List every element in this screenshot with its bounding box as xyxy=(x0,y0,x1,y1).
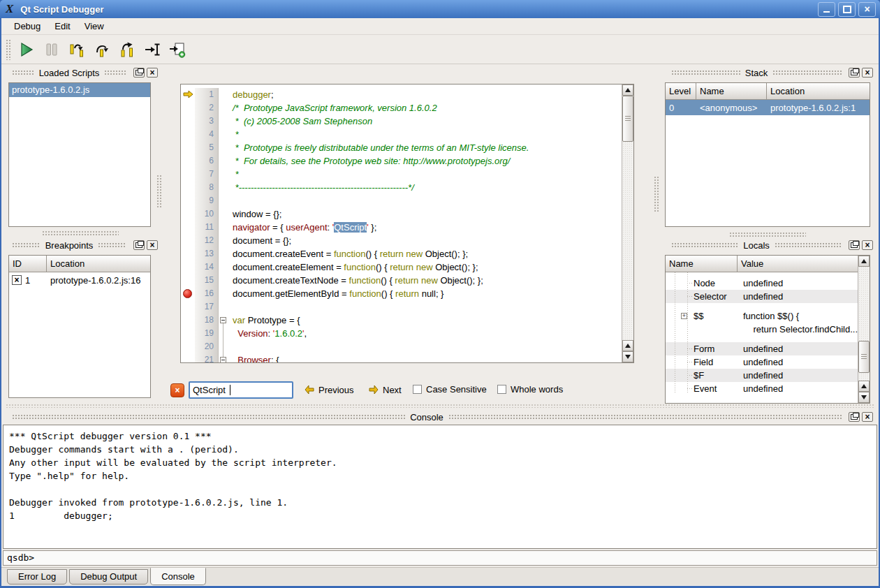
scroll-down-button[interactable] xyxy=(622,351,633,362)
fold-margin[interactable] xyxy=(219,274,228,287)
case-sensitive-option[interactable]: Case Sensitive xyxy=(413,385,487,395)
tree-row[interactable]: +$$function $$() { return Selector.findC… xyxy=(666,303,858,342)
fold-margin[interactable] xyxy=(219,101,228,115)
fold-margin[interactable] xyxy=(219,194,228,207)
close-dock-button[interactable]: × xyxy=(147,240,158,250)
find-previous-button[interactable]: Previous xyxy=(305,383,354,397)
breakpoint-margin[interactable] xyxy=(181,314,195,327)
editor-line[interactable]: 16document.getElementById = function() {… xyxy=(181,287,622,300)
toolbar-handle[interactable] xyxy=(6,39,10,60)
fold-margin[interactable] xyxy=(219,314,228,327)
breakpoint-margin[interactable] xyxy=(181,274,195,287)
editor-line[interactable]: 18var Prototype = { xyxy=(181,314,622,327)
breakpoint-enabled-checkbox[interactable]: × xyxy=(12,275,22,285)
breakpoint-margin[interactable] xyxy=(181,88,195,101)
fold-margin[interactable] xyxy=(219,128,228,141)
case-sensitive-checkbox[interactable] xyxy=(413,385,422,394)
scroll-up-button[interactable] xyxy=(622,84,633,96)
fold-margin[interactable] xyxy=(219,221,228,234)
editor-line[interactable]: 8 *-------------------------------------… xyxy=(181,181,622,194)
column-header[interactable]: Level xyxy=(666,83,696,99)
step-into-button[interactable] xyxy=(66,39,87,60)
editor-line[interactable]: 9 xyxy=(181,194,622,207)
breakpoint-margin[interactable] xyxy=(181,141,195,154)
fold-margin[interactable] xyxy=(219,115,228,128)
console-dock-title[interactable]: Console × xyxy=(3,410,877,424)
console-command-input[interactable]: qsdb> xyxy=(3,550,877,566)
float-dock-button[interactable] xyxy=(849,68,860,78)
column-header[interactable]: Location xyxy=(47,256,150,272)
console-splitter[interactable] xyxy=(6,404,874,408)
vertical-splitter[interactable] xyxy=(654,176,659,212)
breakpoint-margin[interactable] xyxy=(181,194,195,207)
fold-margin[interactable] xyxy=(219,287,228,300)
column-header[interactable]: Name xyxy=(666,256,738,272)
close-dock-button[interactable]: × xyxy=(862,412,873,422)
close-button[interactable]: × xyxy=(858,2,876,17)
fold-margin[interactable] xyxy=(219,327,228,340)
close-find-button[interactable]: × xyxy=(170,383,184,397)
editor-line[interactable]: 12document = {}; xyxy=(181,234,622,247)
fold-margin[interactable] xyxy=(219,168,228,181)
editor-line[interactable]: 13document.createEvent = function() { re… xyxy=(181,247,622,260)
tab-error-log[interactable]: Error Log xyxy=(7,569,67,585)
breakpoint-margin[interactable] xyxy=(181,340,195,353)
loaded-scripts-dock-title[interactable]: Loaded Scripts × xyxy=(3,66,162,80)
find-next-button[interactable]: Next xyxy=(369,383,402,397)
step-over-button[interactable] xyxy=(91,39,112,60)
run-to-cursor-button[interactable] xyxy=(142,39,163,60)
editor-line[interactable]: 1debugger; xyxy=(181,88,622,101)
loaded-scripts-list[interactable]: prototype-1.6.0.2.js xyxy=(8,82,151,227)
editor-line[interactable]: 10window = {}; xyxy=(181,207,622,221)
scroll-up-button[interactable] xyxy=(858,256,870,267)
horizontal-splitter[interactable] xyxy=(42,230,119,235)
fold-collapse-icon[interactable] xyxy=(220,357,226,362)
tree-row[interactable]: Fieldundefined xyxy=(666,355,858,369)
column-header[interactable]: Value xyxy=(738,256,858,272)
tree-row[interactable]: $Fundefined xyxy=(666,369,858,382)
editor-line[interactable]: 11navigator = { userAgent: 'QtScript' }; xyxy=(181,221,622,234)
scroll-up-button-2[interactable] xyxy=(622,340,633,351)
breakpoint-margin[interactable] xyxy=(181,101,195,115)
breakpoint-margin[interactable] xyxy=(181,128,195,141)
fold-margin[interactable] xyxy=(219,141,228,154)
float-dock-button[interactable] xyxy=(849,412,860,422)
tree-row[interactable]: Nodeundefined xyxy=(666,277,858,290)
dock-handle-dots[interactable] xyxy=(12,242,41,248)
editor-line[interactable]: 14document.createElement = function() { … xyxy=(181,260,622,274)
breakpoint-margin[interactable] xyxy=(181,247,195,260)
dock-handle-dots[interactable] xyxy=(448,414,842,420)
breakpoint-margin[interactable] xyxy=(181,181,195,194)
fold-collapse-icon[interactable] xyxy=(220,317,226,323)
tree-row[interactable]: Formundefined xyxy=(666,342,858,355)
float-dock-button[interactable] xyxy=(133,68,145,78)
stack-dock-title[interactable]: Stack × xyxy=(662,66,877,80)
breakpoint-margin[interactable] xyxy=(181,287,195,300)
breakpoint-margin[interactable] xyxy=(181,154,195,168)
whole-words-checkbox[interactable] xyxy=(497,385,506,394)
fold-margin[interactable] xyxy=(219,207,228,221)
scroll-down-button[interactable] xyxy=(858,392,870,403)
fold-margin[interactable] xyxy=(219,88,228,101)
fold-margin[interactable] xyxy=(219,154,228,168)
breakpoint-margin[interactable] xyxy=(181,234,195,247)
list-item[interactable]: prototype-1.6.0.2.js xyxy=(9,83,150,97)
fold-margin[interactable] xyxy=(219,300,228,314)
editor-line[interactable]: 17 xyxy=(181,300,622,314)
editor-line[interactable]: 5 * Prototype is freely distributable un… xyxy=(181,141,622,154)
breakpoint-margin[interactable] xyxy=(181,207,195,221)
table-row[interactable]: ×1prototype-1.6.0.2.js:16 xyxy=(9,272,150,288)
continue-button[interactable] xyxy=(16,39,37,60)
dock-handle-dots[interactable] xyxy=(12,414,405,420)
editor-line[interactable]: 20 xyxy=(181,340,622,353)
close-dock-button[interactable]: × xyxy=(862,68,873,78)
breakpoint-margin[interactable] xyxy=(181,168,195,181)
dock-handle-dots[interactable] xyxy=(12,70,34,75)
find-input[interactable] xyxy=(190,383,292,397)
code-editor[interactable]: 1debugger;2/* Prototype JavaScript frame… xyxy=(180,84,634,363)
locals-dock-title[interactable]: Locals × xyxy=(662,238,877,252)
close-dock-button[interactable]: × xyxy=(147,68,158,78)
float-dock-button[interactable] xyxy=(849,240,860,250)
tab-console[interactable]: Console xyxy=(150,568,206,585)
menu-item-debug[interactable]: Debug xyxy=(7,19,47,34)
